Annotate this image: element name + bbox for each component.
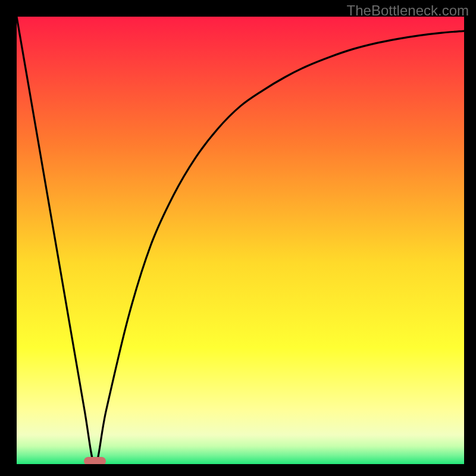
plot-area	[17, 17, 464, 464]
bottleneck-curve	[17, 17, 464, 464]
chart-frame: TheBottleneck.com	[0, 0, 476, 476]
watermark-text: TheBottleneck.com	[347, 2, 469, 19]
optimum-marker	[84, 457, 107, 464]
